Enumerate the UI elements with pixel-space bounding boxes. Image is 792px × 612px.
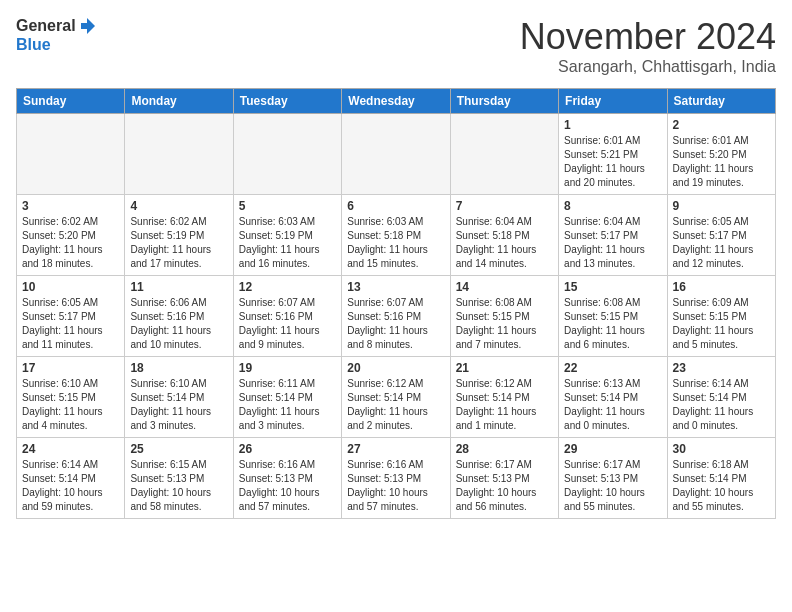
calendar-cell: 23Sunrise: 6:14 AMSunset: 5:14 PMDayligh… [667, 357, 775, 438]
month-title: November 2024 [520, 16, 776, 58]
calendar-cell: 6Sunrise: 6:03 AMSunset: 5:18 PMDaylight… [342, 195, 450, 276]
day-number: 1 [564, 118, 661, 132]
day-info: Sunrise: 6:09 AMSunset: 5:15 PMDaylight:… [673, 296, 770, 352]
logo-icon [77, 16, 97, 36]
day-number: 21 [456, 361, 553, 375]
calendar-cell: 25Sunrise: 6:15 AMSunset: 5:13 PMDayligh… [125, 438, 233, 519]
calendar-cell: 2Sunrise: 6:01 AMSunset: 5:20 PMDaylight… [667, 114, 775, 195]
day-info: Sunrise: 6:18 AMSunset: 5:14 PMDaylight:… [673, 458, 770, 514]
logo-blue: Blue [16, 36, 51, 53]
day-number: 11 [130, 280, 227, 294]
calendar-cell: 3Sunrise: 6:02 AMSunset: 5:20 PMDaylight… [17, 195, 125, 276]
calendar-header-tuesday: Tuesday [233, 89, 341, 114]
calendar-cell: 4Sunrise: 6:02 AMSunset: 5:19 PMDaylight… [125, 195, 233, 276]
day-info: Sunrise: 6:15 AMSunset: 5:13 PMDaylight:… [130, 458, 227, 514]
day-number: 15 [564, 280, 661, 294]
calendar-header-sunday: Sunday [17, 89, 125, 114]
day-info: Sunrise: 6:11 AMSunset: 5:14 PMDaylight:… [239, 377, 336, 433]
calendar-cell: 1Sunrise: 6:01 AMSunset: 5:21 PMDaylight… [559, 114, 667, 195]
calendar-cell: 11Sunrise: 6:06 AMSunset: 5:16 PMDayligh… [125, 276, 233, 357]
day-info: Sunrise: 6:10 AMSunset: 5:15 PMDaylight:… [22, 377, 119, 433]
title-block: November 2024 Sarangarh, Chhattisgarh, I… [520, 16, 776, 76]
calendar-week-5: 24Sunrise: 6:14 AMSunset: 5:14 PMDayligh… [17, 438, 776, 519]
day-info: Sunrise: 6:17 AMSunset: 5:13 PMDaylight:… [456, 458, 553, 514]
day-number: 6 [347, 199, 444, 213]
day-number: 17 [22, 361, 119, 375]
day-info: Sunrise: 6:05 AMSunset: 5:17 PMDaylight:… [673, 215, 770, 271]
day-number: 14 [456, 280, 553, 294]
day-info: Sunrise: 6:08 AMSunset: 5:15 PMDaylight:… [456, 296, 553, 352]
day-number: 20 [347, 361, 444, 375]
day-number: 26 [239, 442, 336, 456]
day-info: Sunrise: 6:13 AMSunset: 5:14 PMDaylight:… [564, 377, 661, 433]
day-info: Sunrise: 6:05 AMSunset: 5:17 PMDaylight:… [22, 296, 119, 352]
day-number: 25 [130, 442, 227, 456]
calendar-cell: 30Sunrise: 6:18 AMSunset: 5:14 PMDayligh… [667, 438, 775, 519]
day-info: Sunrise: 6:03 AMSunset: 5:19 PMDaylight:… [239, 215, 336, 271]
day-info: Sunrise: 6:03 AMSunset: 5:18 PMDaylight:… [347, 215, 444, 271]
calendar-cell: 19Sunrise: 6:11 AMSunset: 5:14 PMDayligh… [233, 357, 341, 438]
calendar-week-4: 17Sunrise: 6:10 AMSunset: 5:15 PMDayligh… [17, 357, 776, 438]
calendar-cell: 12Sunrise: 6:07 AMSunset: 5:16 PMDayligh… [233, 276, 341, 357]
calendar-cell: 5Sunrise: 6:03 AMSunset: 5:19 PMDaylight… [233, 195, 341, 276]
day-number: 10 [22, 280, 119, 294]
calendar-cell: 8Sunrise: 6:04 AMSunset: 5:17 PMDaylight… [559, 195, 667, 276]
calendar-cell [342, 114, 450, 195]
day-number: 13 [347, 280, 444, 294]
calendar-week-1: 1Sunrise: 6:01 AMSunset: 5:21 PMDaylight… [17, 114, 776, 195]
calendar-cell [125, 114, 233, 195]
calendar-cell [450, 114, 558, 195]
calendar-cell: 14Sunrise: 6:08 AMSunset: 5:15 PMDayligh… [450, 276, 558, 357]
day-number: 7 [456, 199, 553, 213]
day-info: Sunrise: 6:04 AMSunset: 5:17 PMDaylight:… [564, 215, 661, 271]
calendar-cell: 18Sunrise: 6:10 AMSunset: 5:14 PMDayligh… [125, 357, 233, 438]
day-number: 27 [347, 442, 444, 456]
logo-general: General [16, 17, 76, 35]
day-info: Sunrise: 6:12 AMSunset: 5:14 PMDaylight:… [347, 377, 444, 433]
calendar-week-2: 3Sunrise: 6:02 AMSunset: 5:20 PMDaylight… [17, 195, 776, 276]
calendar-header-row: SundayMondayTuesdayWednesdayThursdayFrid… [17, 89, 776, 114]
day-info: Sunrise: 6:02 AMSunset: 5:19 PMDaylight:… [130, 215, 227, 271]
day-info: Sunrise: 6:17 AMSunset: 5:13 PMDaylight:… [564, 458, 661, 514]
day-info: Sunrise: 6:06 AMSunset: 5:16 PMDaylight:… [130, 296, 227, 352]
day-info: Sunrise: 6:10 AMSunset: 5:14 PMDaylight:… [130, 377, 227, 433]
calendar-header-monday: Monday [125, 89, 233, 114]
calendar-cell: 16Sunrise: 6:09 AMSunset: 5:15 PMDayligh… [667, 276, 775, 357]
svg-marker-0 [81, 18, 95, 34]
day-number: 23 [673, 361, 770, 375]
calendar-header-wednesday: Wednesday [342, 89, 450, 114]
calendar-week-3: 10Sunrise: 6:05 AMSunset: 5:17 PMDayligh… [17, 276, 776, 357]
day-number: 5 [239, 199, 336, 213]
calendar-cell: 15Sunrise: 6:08 AMSunset: 5:15 PMDayligh… [559, 276, 667, 357]
calendar-cell: 17Sunrise: 6:10 AMSunset: 5:15 PMDayligh… [17, 357, 125, 438]
calendar-cell: 13Sunrise: 6:07 AMSunset: 5:16 PMDayligh… [342, 276, 450, 357]
day-info: Sunrise: 6:14 AMSunset: 5:14 PMDaylight:… [673, 377, 770, 433]
day-number: 30 [673, 442, 770, 456]
day-number: 18 [130, 361, 227, 375]
day-number: 9 [673, 199, 770, 213]
logo: General Blue [16, 16, 97, 54]
calendar-cell: 24Sunrise: 6:14 AMSunset: 5:14 PMDayligh… [17, 438, 125, 519]
day-info: Sunrise: 6:01 AMSunset: 5:21 PMDaylight:… [564, 134, 661, 190]
page-header: General Blue November 2024 Sarangarh, Ch… [16, 16, 776, 76]
day-info: Sunrise: 6:08 AMSunset: 5:15 PMDaylight:… [564, 296, 661, 352]
calendar-header-friday: Friday [559, 89, 667, 114]
calendar-cell: 27Sunrise: 6:16 AMSunset: 5:13 PMDayligh… [342, 438, 450, 519]
location: Sarangarh, Chhattisgarh, India [520, 58, 776, 76]
day-info: Sunrise: 6:07 AMSunset: 5:16 PMDaylight:… [347, 296, 444, 352]
day-info: Sunrise: 6:16 AMSunset: 5:13 PMDaylight:… [239, 458, 336, 514]
day-number: 22 [564, 361, 661, 375]
day-number: 24 [22, 442, 119, 456]
day-info: Sunrise: 6:01 AMSunset: 5:20 PMDaylight:… [673, 134, 770, 190]
calendar-cell: 22Sunrise: 6:13 AMSunset: 5:14 PMDayligh… [559, 357, 667, 438]
calendar-cell: 7Sunrise: 6:04 AMSunset: 5:18 PMDaylight… [450, 195, 558, 276]
day-number: 16 [673, 280, 770, 294]
day-info: Sunrise: 6:12 AMSunset: 5:14 PMDaylight:… [456, 377, 553, 433]
day-number: 8 [564, 199, 661, 213]
calendar-cell: 29Sunrise: 6:17 AMSunset: 5:13 PMDayligh… [559, 438, 667, 519]
day-number: 19 [239, 361, 336, 375]
day-number: 12 [239, 280, 336, 294]
day-number: 28 [456, 442, 553, 456]
calendar-cell: 20Sunrise: 6:12 AMSunset: 5:14 PMDayligh… [342, 357, 450, 438]
calendar-cell [233, 114, 341, 195]
